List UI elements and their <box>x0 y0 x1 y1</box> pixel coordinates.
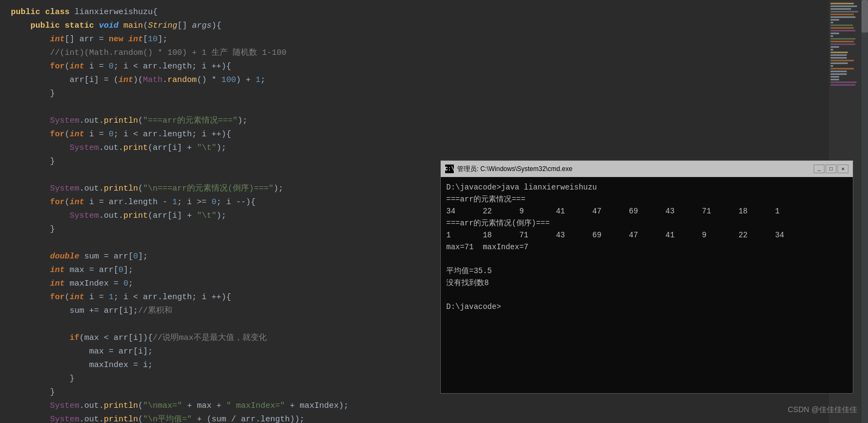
minimap-line <box>830 3 854 4</box>
code-line-12: } <box>11 155 424 168</box>
code-line-24 <box>11 318 424 331</box>
cmd-line-11: D:\javacode> <box>446 301 847 313</box>
cmd-window: C:\ 管理员: C:\Windows\System32\cmd.exe _ □… <box>440 160 853 394</box>
code-line-21: int maxIndex = 0; <box>11 277 424 291</box>
code-line-2: public static void main(String[] args){ <box>11 19 424 33</box>
code-line-25: if(max < arr[i]){//说明max不是最大值，就变化 <box>11 331 424 345</box>
code-line-6: arr[i] = (int)(Math.random() * 100) + 1; <box>11 73 424 87</box>
minimap-line <box>830 71 847 72</box>
minimap-line <box>830 46 839 48</box>
code-line-10: for(int i = 0; i < arr.length; i ++){ <box>11 128 424 141</box>
scrollbar-thumb[interactable] <box>861 0 868 33</box>
minimap-line <box>830 49 833 50</box>
code-line-31: System.out.println("\n平均值=" + (sum / arr… <box>11 413 424 423</box>
code-line-30: System.out.println("\nmax=" + max + " ma… <box>11 399 424 413</box>
minimap-line <box>830 16 855 18</box>
code-line-3: int[] arr = new int[10]; <box>11 33 424 46</box>
cmd-line-1: D:\javacode>java lianxierweishuzu <box>446 181 847 193</box>
minimap-line <box>830 5 857 7</box>
minimap-line <box>830 43 855 45</box>
code-line-5: for(int i = 0; i < arr.length; i ++){ <box>11 60 424 73</box>
cmd-minimize-button[interactable]: _ <box>814 165 825 173</box>
code-line-16: System.out.print(arr[i] + "\t"); <box>11 209 424 223</box>
code-line-18 <box>11 236 424 250</box>
cmd-line-4: ===arr的元素情况(倒序)=== <box>446 217 847 229</box>
minimap-line <box>830 19 839 21</box>
minimap-line <box>830 76 839 78</box>
minimap-line <box>830 52 848 53</box>
code-line-19: double sum = arr[0]; <box>11 250 424 263</box>
minimap-line <box>830 35 833 37</box>
code-line-22: for(int i = 1; i < arr.length; i ++){ <box>11 291 424 304</box>
cmd-line-6: max=71 maxIndex=7 <box>446 241 847 253</box>
minimap-line <box>830 8 851 10</box>
minimap-line <box>830 22 833 23</box>
minimap-line <box>830 30 855 31</box>
editor-scrollbar[interactable] <box>861 0 868 423</box>
code-line-8 <box>11 100 424 114</box>
minimap-line <box>830 33 839 34</box>
code-line-1: public class lianxierweishuzu{ <box>11 5 424 19</box>
cmd-line-3: 34 22 9 41 47 69 43 71 18 1 <box>446 205 847 217</box>
code-line-7: } <box>11 87 424 100</box>
minimap-line <box>830 73 847 75</box>
code-line-15: for(int i = arr.length - 1; i >= 0; i --… <box>11 195 424 209</box>
code-line-28: } <box>11 372 424 386</box>
minimap-line <box>830 14 854 15</box>
code-line-26: max = arr[i]; <box>11 345 424 358</box>
cmd-maximize-button[interactable]: □ <box>826 165 836 173</box>
cmd-output: D:\javacode>java lianxierweishuzu ===arr… <box>441 177 853 317</box>
code-line-29: } <box>11 386 424 399</box>
minimap-line <box>830 81 857 83</box>
code-line-27: maxIndex = i; <box>11 358 424 372</box>
minimap-line <box>830 41 854 42</box>
code-line-20: int max = arr[0]; <box>11 263 424 277</box>
cmd-line-8: 平均值=35.5 <box>446 265 847 277</box>
cmd-icon: C:\ <box>445 165 454 173</box>
minimap-line <box>830 24 853 26</box>
cmd-line-7 <box>446 253 847 265</box>
code-line-23: sum += arr[i];//累积和 <box>11 304 424 318</box>
cmd-window-controls[interactable]: _ □ ✕ <box>814 165 848 173</box>
code-line-11: System.out.print(arr[i] + "\t"); <box>11 141 424 155</box>
code-line-14: System.out.println("\n===arr的元素情况(倒序)===… <box>11 182 424 195</box>
code-line-17: } <box>11 223 424 236</box>
cmd-close-button[interactable]: ✕ <box>838 165 848 173</box>
cmd-line-9: 没有找到数8 <box>446 277 847 289</box>
code-line-4: //(int)(Math.random() * 100) + 1 生产 随机数 … <box>11 46 424 60</box>
minimap-line <box>830 79 839 80</box>
minimap-line <box>830 27 854 29</box>
minimap-line <box>830 84 855 86</box>
cmd-line-2: ===arr的元素情况=== <box>446 193 847 205</box>
cmd-title: 管理员: C:\Windows\System32\cmd.exe <box>457 165 810 174</box>
minimap-line <box>830 68 854 70</box>
minimap-line <box>830 11 858 12</box>
minimap-line <box>830 54 847 56</box>
cmd-line-10 <box>446 289 847 301</box>
cmd-line-5: 1 18 71 43 69 47 41 9 22 34 <box>446 229 847 241</box>
minimap-line <box>830 38 855 40</box>
minimap-line <box>830 62 848 64</box>
code-editor: public class lianxierweishuzu{ public st… <box>0 0 435 423</box>
code-line-13 <box>11 168 424 182</box>
cmd-titlebar: C:\ 管理员: C:\Windows\System32\cmd.exe _ □… <box>441 161 853 177</box>
minimap-line <box>830 57 847 59</box>
minimap-line <box>830 65 833 67</box>
code-line-9: System.out.println("===arr的元素情况==="); <box>11 114 424 128</box>
minimap-line <box>830 60 854 61</box>
minimap-content <box>829 0 861 90</box>
watermark: CSDN @佳佳佳佳佳 <box>788 405 857 415</box>
